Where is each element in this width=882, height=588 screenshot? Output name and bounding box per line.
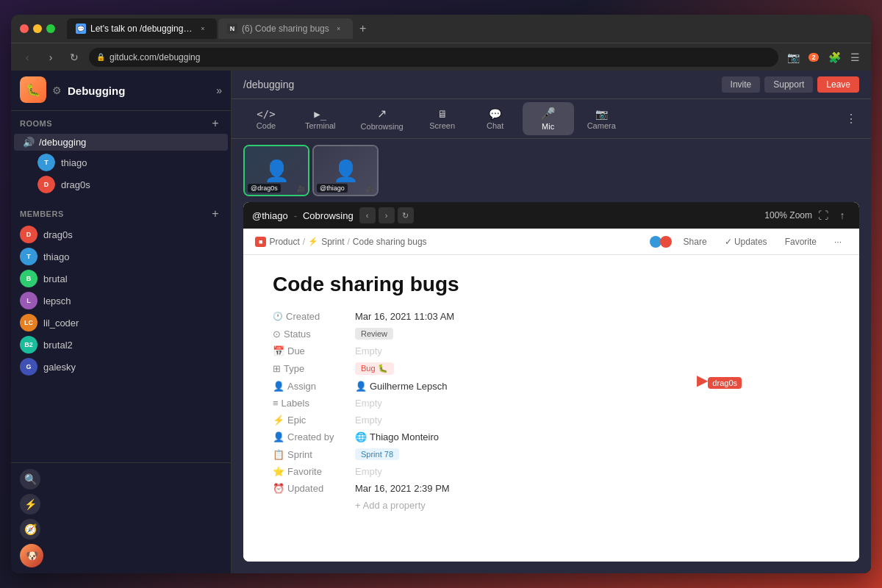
brave-shield-icon[interactable]: 2 xyxy=(805,49,822,66)
camera-icon: 📷 xyxy=(595,108,608,120)
member-name-drag0s: drag0s xyxy=(43,229,73,240)
toolbar-camera-button[interactable]: 📷 Camera xyxy=(576,104,628,135)
search-sidebar-icon[interactable]: 🔍 xyxy=(20,469,40,490)
video-label-drag0s: @drag0s xyxy=(248,184,281,193)
maximize-button[interactable] xyxy=(46,24,55,33)
extensions-icon[interactable]: 🧩 xyxy=(825,49,843,66)
video-icon[interactable]: 📷 xyxy=(784,49,802,66)
invite-button[interactable]: Invite xyxy=(722,76,761,93)
tab-debugging[interactable]: 💬 Let's talk on /debugging - C... × xyxy=(67,18,217,39)
breadcrumb-product: Product xyxy=(269,237,299,247)
calendar-icon: 📅 xyxy=(273,345,284,356)
video-tile-thiago[interactable]: 👤 @thiago 🎥 xyxy=(312,145,379,196)
tab-notion[interactable]: N (6) Code sharing bugs × xyxy=(218,18,353,39)
avatar-sidebar[interactable]: 🐶 xyxy=(20,544,43,567)
cobrowsing-refresh-button[interactable]: ↻ xyxy=(398,207,414,223)
new-tab-button[interactable]: + xyxy=(354,20,372,37)
favorite-button[interactable]: Favorite xyxy=(779,235,822,248)
member-drag0s[interactable]: D drag0s xyxy=(11,223,231,245)
mic-label: Mic xyxy=(542,122,554,131)
sidebar: 🐛 ⚙ Debugging » Rooms + 🔊 /debugging T xyxy=(11,71,232,573)
panel-header: /debugging Invite Support Leave xyxy=(232,71,871,99)
screen-icon: 🖥 xyxy=(437,108,448,120)
issue-title: Code sharing bugs xyxy=(273,273,830,296)
product-icon: ■ xyxy=(255,237,266,247)
main-content: 🐛 ⚙ Debugging » Rooms + 🔊 /debugging T xyxy=(11,71,871,573)
toolbar-chat-button[interactable]: 💬 Chat xyxy=(470,104,521,135)
cobrowsing-share-button[interactable]: ↑ xyxy=(834,207,850,223)
toolbar-mic-button[interactable]: 🎤 Mic xyxy=(523,102,574,135)
server-icon[interactable]: 🐛 xyxy=(20,76,46,103)
menu-icon[interactable]: ☰ xyxy=(846,49,864,66)
compass-sidebar-icon[interactable]: 🧭 xyxy=(20,519,40,539)
field-type-label: ⊞ Type xyxy=(273,362,346,375)
toolbar-code-button[interactable]: </> Code xyxy=(240,104,292,135)
toolbar-screen-button[interactable]: 🖥 Screen xyxy=(417,104,468,135)
back-button[interactable]: ‹ xyxy=(18,49,36,66)
panel-actions: Invite Support Leave xyxy=(722,76,859,93)
members-label: Members xyxy=(20,209,64,218)
minimize-button[interactable] xyxy=(33,24,42,33)
member-brutal[interactable]: B brutal xyxy=(11,268,231,290)
field-status-value: Review xyxy=(355,328,830,340)
room-member-thiago[interactable]: T thiago xyxy=(29,151,231,173)
add-member-button[interactable]: + xyxy=(209,207,222,220)
member-lil-coder[interactable]: LC lil_coder xyxy=(11,312,231,334)
settings-icon[interactable]: ⚙ xyxy=(52,85,62,96)
video-area: 👤 @drag0s 🎥 👤 @thiago 🎥 xyxy=(232,139,871,202)
leave-button[interactable]: Leave xyxy=(817,76,859,93)
inner-header: ■ Product / ⚡ Sprint / Code sharing bugs xyxy=(243,229,859,255)
member-brutal2[interactable]: B2 brutal2 xyxy=(11,334,231,356)
add-property-button[interactable]: + Add a property xyxy=(355,500,830,511)
more-options-button[interactable]: ⋮ xyxy=(840,108,862,130)
member-name-galesky: galesky xyxy=(43,362,76,373)
cobrowsing-expand-button[interactable]: ⛶ xyxy=(815,207,831,223)
member-galesky[interactable]: G galesky xyxy=(11,356,231,378)
add-room-button[interactable]: + xyxy=(209,117,222,130)
toolbar-cobrowsing-button[interactable]: ↗ Cobrowsing xyxy=(349,102,415,135)
field-created-by-value: 🌐 Thiago Monteiro xyxy=(355,431,830,442)
field-add-property xyxy=(273,500,346,511)
inner-page: ■ Product / ⚡ Sprint / Code sharing bugs xyxy=(243,229,859,562)
share-button[interactable]: Share xyxy=(678,235,713,248)
panel-path: /debugging xyxy=(243,79,294,90)
member-avatar-lil-coder: LC xyxy=(20,314,37,331)
lock-icon: 🔒 xyxy=(96,53,105,61)
tab-favicon-1: 💬 xyxy=(76,24,86,34)
screen-label: Screen xyxy=(429,121,455,130)
cobrowsing-prev-button[interactable]: ‹ xyxy=(359,207,376,223)
sprint-badge[interactable]: Sprint 78 xyxy=(355,448,399,460)
forward-button[interactable]: › xyxy=(42,49,60,66)
cobrowsing-zoom-controls: 100% Zoom ⛶ ↑ xyxy=(764,207,850,223)
toolbar-terminal-button[interactable]: ▶_ Terminal xyxy=(293,104,348,135)
room-member-drag0s[interactable]: D drag0s xyxy=(29,173,231,196)
url-bar[interactable]: 🔒 gitduck.com/debugging xyxy=(89,48,778,67)
type-badge[interactable]: Bug 🐛 xyxy=(355,362,394,375)
cobrowsing-area: @thiago - Cobrowsing ‹ › ↻ 100% Zoom ⛶ ↑ xyxy=(243,202,859,562)
tab-close-1[interactable]: × xyxy=(198,24,208,34)
status-badge[interactable]: Review xyxy=(355,328,393,340)
member-thiago[interactable]: T thiago xyxy=(11,245,231,268)
tab-close-2[interactable]: × xyxy=(334,24,344,34)
members-header: Members + xyxy=(11,201,231,223)
member-name-lepsch: lepsch xyxy=(43,295,71,306)
tab-favicon-2: N xyxy=(227,24,237,34)
cobrowsing-next-button[interactable]: › xyxy=(379,207,395,223)
video-tile-drag0s[interactable]: 👤 @drag0s 🎥 xyxy=(243,145,309,196)
room-item-debugging[interactable]: 🔊 /debugging xyxy=(14,134,228,151)
field-updated-label: ⏰ Updated xyxy=(273,483,346,494)
cobrowsing-label: Cobrowsing xyxy=(361,122,404,131)
support-button[interactable]: Support xyxy=(764,76,813,93)
epic-icon: ⚡ xyxy=(273,415,284,426)
field-due-label: 📅 Due xyxy=(273,345,346,356)
collapse-icon[interactable]: » xyxy=(216,85,222,96)
more-button[interactable]: ··· xyxy=(828,235,847,248)
member-lepsch[interactable]: L lepsch xyxy=(11,290,231,312)
sprint-icon: 📋 xyxy=(273,449,284,460)
field-due-value: Empty xyxy=(355,345,830,356)
settings-sidebar-icon[interactable]: ⚡ xyxy=(20,494,40,514)
close-button[interactable] xyxy=(20,24,29,33)
updates-button[interactable]: ✓ Updates xyxy=(719,235,773,248)
cobrowsing-section: Cobrowsing xyxy=(303,210,354,221)
refresh-button[interactable]: ↻ xyxy=(65,49,83,66)
